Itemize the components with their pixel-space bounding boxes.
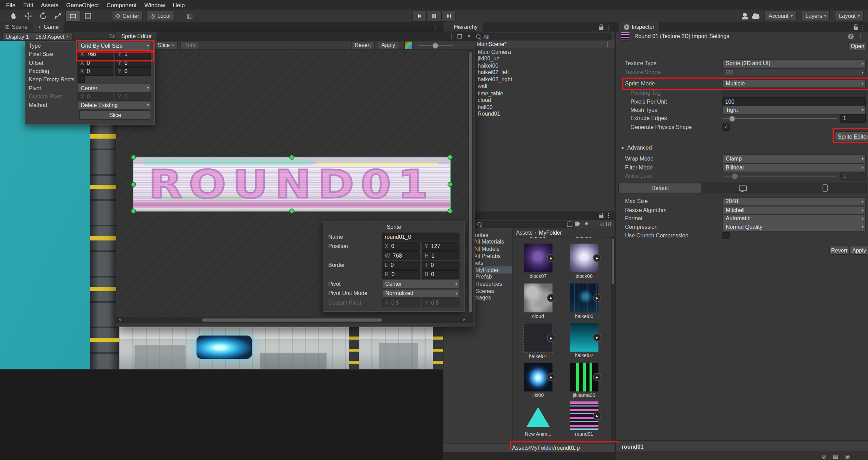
selection-handle[interactable] [131, 209, 136, 214]
texture-type-dropdown[interactable]: Sprite (2D and UI) [723, 59, 866, 68]
asset-item[interactable]: ▶jikitama00 [566, 363, 603, 398]
scroll-right-icon[interactable]: ► [463, 318, 466, 321]
expand-subassets-icon[interactable]: ▶ [547, 373, 555, 381]
asset-item[interactable]: ▶round01 [566, 401, 603, 437]
space-mode-button[interactable]: ◎Local [146, 11, 175, 21]
tab-inspector[interactable]: iInspector [619, 22, 660, 32]
search-by-type-icon[interactable] [567, 222, 572, 227]
pivot-unit-dropdown[interactable]: Normalized [382, 289, 460, 298]
pixel-size-x-field[interactable]: X768 [78, 50, 114, 59]
max-size-dropdown[interactable]: 2048 [723, 197, 866, 206]
slice-dropdown-button[interactable]: Slice▾ [154, 41, 178, 49]
border-r-field[interactable]: R0 [382, 270, 420, 279]
menu-assets[interactable]: Assets [37, 1, 62, 8]
compression-dropdown[interactable]: Normal Quality [723, 222, 866, 231]
status-icon-1[interactable]: ⊘ [821, 453, 827, 460]
favorites-star-icon[interactable]: ★ [584, 220, 589, 226]
sprite-editor-canvas[interactable]: ROUND01 Sprite Nameround01_0 Position X0 [116, 50, 468, 317]
alpha-zoom-slider[interactable] [418, 45, 453, 46]
search-by-label-icon[interactable] [575, 222, 580, 226]
status-icon-3[interactable]: ◉ [845, 453, 850, 460]
selection-handle[interactable] [289, 155, 294, 160]
window-menu-icon[interactable]: ⋮ [449, 33, 454, 39]
apply-button[interactable]: Apply [378, 41, 399, 49]
pixel-size-y-field[interactable]: Y1 [115, 50, 151, 59]
padding-x-field[interactable]: X0 [78, 67, 114, 76]
scale-tool-icon[interactable] [50, 10, 66, 22]
scene-menu-icon[interactable]: ⋮ [605, 41, 610, 47]
pivot-dropdown[interactable]: Center [382, 279, 460, 288]
menu-help[interactable]: Help [169, 1, 189, 8]
asset-item[interactable]: ▶haikei02 [566, 323, 603, 358]
selection-handle[interactable] [131, 181, 136, 187]
breadcrumb-root[interactable]: Assets [516, 229, 532, 236]
revert-button[interactable]: Revert [829, 246, 849, 255]
layers-dropdown[interactable]: Layers▾ [801, 11, 830, 21]
mesh-type-dropdown[interactable]: Tight [723, 106, 866, 115]
asset-item[interactable]: ▶haikei00 [566, 283, 603, 319]
maximize-icon[interactable] [457, 34, 462, 40]
slice-type-dropdown[interactable]: Grid By Cell Size [78, 42, 151, 50]
asset-grid-scrollbar[interactable] [611, 237, 615, 443]
project-menu-icon[interactable]: ⋮ [606, 212, 611, 218]
platform-tab-mobile[interactable] [784, 183, 867, 192]
sprite-name-field[interactable]: round01_0 [382, 232, 460, 241]
expand-subassets-icon[interactable]: ▶ [547, 254, 555, 262]
expand-subassets-icon[interactable]: ▶ [593, 254, 601, 262]
menu-file[interactable]: File [2, 1, 19, 8]
status-icon-2[interactable]: ▦ [833, 453, 839, 460]
tab-scene[interactable]: ⊞Scene [0, 22, 33, 32]
position-y-field[interactable]: Y127 [422, 242, 460, 251]
selection-handle[interactable] [131, 155, 136, 160]
generate-physics-checkbox[interactable]: ✓ [723, 123, 730, 131]
expand-subassets-icon[interactable]: ▶ [593, 412, 601, 420]
method-dropdown[interactable]: Delete Existing [78, 101, 151, 109]
sprite-mode-dropdown[interactable]: Multiple [723, 79, 866, 88]
layout-dropdown[interactable]: Layout▾ [835, 11, 864, 21]
border-l-field[interactable]: L0 [382, 260, 420, 269]
aspect-selector[interactable]: 16:9 Aspect▾ [32, 32, 72, 41]
asset-item[interactable]: New Anim... [520, 401, 557, 437]
tab-hierarchy[interactable]: ≡Hierarchy [443, 22, 483, 32]
inspector-menu-icon[interactable]: ⋮ [860, 24, 865, 30]
pivot-mode-button[interactable]: ⊙Center [112, 11, 143, 21]
hidden-items-icon[interactable]: ⊘ [600, 221, 605, 227]
platform-tab-standalone[interactable] [701, 183, 784, 192]
menu-window[interactable]: Window [141, 1, 169, 8]
filter-mode-dropdown[interactable]: Bilinear [723, 163, 866, 172]
padding-y-field[interactable]: Y0 [115, 67, 151, 76]
tab-game[interactable]: ◗Game [33, 22, 64, 32]
keep-empty-checkbox[interactable] [78, 76, 85, 83]
rotate-tool-icon[interactable] [35, 10, 50, 22]
pan-tool-icon[interactable] [5, 10, 21, 22]
expand-subassets-icon[interactable]: ▶ [547, 334, 555, 342]
extrude-edges-field[interactable]: 1 [840, 114, 866, 123]
slice-pivot-dropdown[interactable]: Center [78, 84, 151, 93]
open-button[interactable]: Open [848, 42, 867, 50]
tab-sprite-editor[interactable]: Sprite Editor [116, 32, 157, 41]
resize-algorithm-dropdown[interactable]: Mitchell [723, 206, 866, 215]
wrap-mode-dropdown[interactable]: Clamp [723, 154, 866, 163]
lock-icon[interactable] [854, 25, 858, 31]
asset-item[interactable]: ▶cloud [520, 283, 557, 319]
close-icon[interactable]: × [467, 33, 471, 39]
height-field[interactable]: H1 [422, 251, 460, 260]
horizontal-scrollbar[interactable]: ◄ ► [116, 317, 468, 323]
asset-item[interactable]: block05 [520, 237, 557, 239]
platform-tab-default[interactable]: Default [619, 183, 702, 192]
selection-handle[interactable] [289, 209, 294, 214]
rect-tool-icon[interactable] [65, 10, 80, 22]
format-dropdown[interactable]: Automatic [723, 214, 866, 223]
position-x-field[interactable]: X0 [382, 242, 420, 251]
breadcrumb-current[interactable]: MyFolder [539, 229, 562, 236]
step-button[interactable] [441, 10, 456, 21]
asset-item[interactable]: block06 [566, 237, 603, 239]
move-tool-icon[interactable] [21, 10, 36, 22]
selection-handle[interactable] [448, 209, 453, 214]
extrude-edges-slider[interactable] [723, 118, 837, 119]
asset-item[interactable]: ▶haikei01 [520, 323, 557, 359]
hierarchy-menu-icon[interactable]: ⋮ [606, 24, 611, 30]
asset-item[interactable]: ▶jiki00 [520, 363, 557, 398]
selection-handle[interactable] [448, 181, 453, 187]
apply-button[interactable]: Apply [849, 246, 868, 255]
